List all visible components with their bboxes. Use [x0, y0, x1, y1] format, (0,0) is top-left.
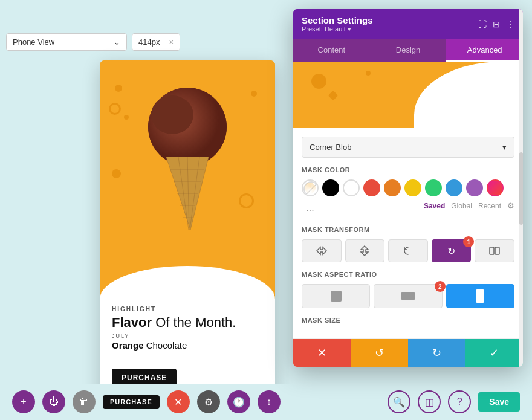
swatch-green[interactable] [425, 179, 442, 196]
transform-rotate-right[interactable]: ↻ 1 [432, 239, 472, 262]
color-tabs: Saved Global Recent ⚙ [424, 201, 514, 210]
choco-rest: Chocolate [144, 340, 187, 351]
phone-view-select[interactable]: Phone View ⌄ [6, 33, 127, 51]
swatch-purple[interactable] [466, 179, 483, 196]
ice-cream-image [100, 60, 275, 260]
close-button[interactable]: ✕ [167, 390, 190, 413]
save-button[interactable]: Save [478, 392, 520, 412]
panel-tabs: Content Design Advanced [293, 39, 523, 62]
rotate-left-icon [402, 245, 414, 257]
fullscreen-icon[interactable]: ⛶ [478, 19, 487, 29]
transform-flip-h[interactable] [302, 239, 342, 262]
mirror-icon [488, 245, 501, 257]
aspect-badge: 2 [435, 281, 446, 292]
color-tab-recent[interactable]: Recent [478, 202, 501, 210]
swatch-white[interactable] [343, 179, 360, 196]
mask-aspect-label: Mask Aspect Ratio [302, 271, 514, 278]
transform-rotate-left[interactable] [388, 239, 428, 262]
aspect-tall-btn[interactable] [446, 284, 514, 308]
tab-content[interactable]: Content [293, 39, 370, 62]
history-icon: 🕐 [233, 396, 245, 408]
confirm-button[interactable]: ✓ [465, 339, 523, 367]
svg-rect-16 [490, 247, 494, 254]
preview-deco-2 [328, 91, 339, 101]
color-settings-icon[interactable]: ⚙ [507, 201, 514, 210]
split-icon[interactable]: ⊟ [493, 19, 500, 29]
flavor-bold: Flavor [112, 315, 152, 330]
flavor-sub: Orange Chocolate [112, 340, 236, 351]
color-swatches [302, 179, 514, 196]
swatch-red[interactable] [363, 179, 380, 196]
swatch-black[interactable] [322, 179, 339, 196]
scrollbar-thumb [519, 152, 523, 225]
swatch-blue[interactable] [446, 179, 462, 196]
purchase-center-label[interactable]: PURCHASE [103, 395, 160, 409]
px-input[interactable]: 414px × [132, 33, 180, 51]
swatch-orange[interactable] [384, 179, 401, 196]
purchase-label: PURCHASE [110, 398, 152, 405]
dropdown-label: Corner Blob [310, 143, 351, 152]
flavor-rest: Of the Month. [152, 315, 236, 330]
redo-icon: ↻ [432, 346, 441, 360]
ice-cream-svg [139, 66, 236, 236]
phone-view-label: Phone View [13, 37, 54, 47]
toolbar-right: 🔍 ◫ ? Save [388, 390, 520, 413]
aspect-square-icon [331, 291, 342, 302]
cancel-button[interactable]: ✕ [293, 339, 351, 367]
power-icon: ⏻ [49, 396, 59, 407]
swatch-yellow[interactable] [404, 179, 421, 196]
tab-advanced[interactable]: Advanced [446, 39, 523, 62]
reset-icon: ↺ [375, 346, 384, 360]
bottom-toolbar: + ⏻ 🗑 PURCHASE ✕ ⚙ 🕐 ↕ 🔍 ◫ [0, 384, 532, 420]
aspect-square-btn[interactable] [302, 284, 370, 308]
history-button[interactable]: 🕐 [227, 390, 250, 413]
transform-flip-v[interactable] [345, 239, 385, 262]
panel-actions: ✕ ↺ ↻ ✓ [293, 338, 523, 367]
settings-button[interactable]: ⚙ [197, 390, 220, 413]
panel-preset[interactable]: Preset: Default ▾ [302, 25, 373, 33]
add-button[interactable]: + [12, 390, 35, 413]
swatch-pink[interactable] [487, 179, 504, 196]
more-colors-btn[interactable]: ··· [302, 202, 319, 219]
panel-title: Section Settings [302, 15, 373, 25]
transform-mirror[interactable] [475, 239, 514, 262]
panel-icons: ⛶ ⊟ ⋮ [478, 19, 514, 29]
aspect-tall-icon [476, 289, 484, 303]
help-button[interactable]: ? [448, 390, 471, 413]
panel-content: Corner Blob ▾ Mask Color ··· [293, 128, 523, 338]
resize-icon: ↕ [267, 396, 271, 407]
toolbar-left: + ⏻ 🗑 PURCHASE ✕ ⚙ 🕐 ↕ [12, 390, 281, 413]
close-icon[interactable]: × [169, 37, 174, 47]
reset-button[interactable]: ↺ [351, 339, 408, 367]
help-icon: ? [457, 396, 462, 407]
cancel-icon: ✕ [317, 346, 326, 360]
trash-icon: 🗑 [79, 396, 89, 407]
choco-bold: Orange [112, 340, 144, 351]
flavor-title: Flavor Of the Month. [112, 315, 236, 331]
color-tab-saved[interactable]: Saved [424, 202, 445, 210]
color-tab-global[interactable]: Global [451, 202, 472, 210]
add-icon: + [21, 396, 26, 407]
resize-button[interactable]: ↕ [258, 390, 281, 413]
rotate-right-icon: ↻ [447, 245, 455, 257]
layers-button[interactable]: ◫ [418, 390, 441, 413]
tab-design[interactable]: Design [370, 39, 447, 62]
deco-circle-2 [124, 115, 129, 120]
power-button[interactable]: ⏻ [42, 390, 65, 413]
panel-preview-blob [414, 62, 523, 128]
transform-row: ↻ 1 [302, 239, 514, 262]
confirm-icon: ✓ [490, 346, 499, 360]
mask-type-dropdown[interactable]: Corner Blob ▾ [302, 137, 514, 158]
px-value: 414px [138, 37, 160, 47]
aspect-wide-btn[interactable]: 2 [374, 284, 442, 308]
flip-v-icon [358, 245, 371, 257]
panel-scrollbar[interactable] [519, 9, 523, 367]
redo-button[interactable]: ↻ [408, 339, 465, 367]
search-button[interactable]: 🔍 [388, 390, 410, 413]
svg-point-2 [151, 95, 193, 134]
more-icon[interactable]: ⋮ [506, 19, 514, 29]
rotate-badge: 1 [463, 236, 474, 247]
swatch-transparent[interactable] [302, 179, 319, 196]
trash-button[interactable]: 🗑 [73, 390, 96, 413]
panel-preview [293, 62, 523, 128]
